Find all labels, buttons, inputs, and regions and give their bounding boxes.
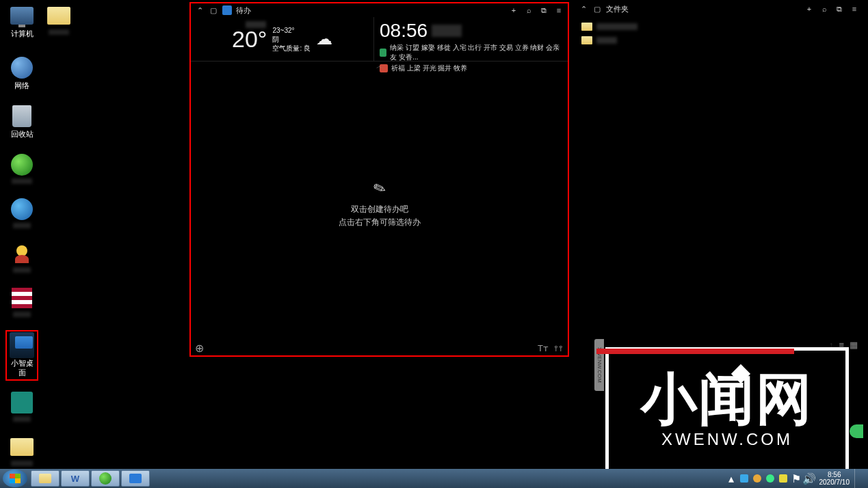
text-size-icon[interactable]: Tᴛ xyxy=(538,343,549,353)
add-icon[interactable]: + xyxy=(509,5,518,15)
watermark-cn-text: 小闻网 xyxy=(641,368,813,430)
browser-icon xyxy=(11,154,33,176)
tray-app1-icon[interactable] xyxy=(739,473,750,484)
restore-icon[interactable]: ▢ xyxy=(592,4,602,14)
ie-icon xyxy=(11,198,33,220)
system-tray: ▴ ⚑ 🔊 8:56 2020/7/10 xyxy=(726,469,866,488)
xiaozhi-icon xyxy=(10,332,34,358)
empty-line1: 双击创建待办吧 xyxy=(339,203,421,216)
folder-icon xyxy=(581,23,592,31)
restore-icon[interactable]: ▢ xyxy=(209,5,218,15)
collapse-arrow-icon[interactable]: ︿ xyxy=(191,62,568,68)
icon-label-blurred xyxy=(13,223,31,228)
icon-label: 回收站 xyxy=(5,130,38,139)
desktop-icon-folder2[interactable] xyxy=(5,435,38,466)
chevron-up-icon[interactable]: ⌃ xyxy=(579,4,588,14)
filter-icon[interactable]: ⫯⫯ xyxy=(554,343,564,353)
file-name-blurred xyxy=(596,37,617,44)
empty-message: 双击创建待办吧 点击右下角可筛选待办 xyxy=(339,203,421,229)
tray-clock[interactable]: 8:56 2020/7/10 xyxy=(819,471,850,486)
desktop-icon-app[interactable] xyxy=(5,286,38,317)
desktop-icon-network[interactable]: 网络 xyxy=(5,55,38,91)
windows-logo-icon xyxy=(10,474,21,483)
network-icon xyxy=(11,57,33,79)
chevron-up-icon[interactable]: ⌃ xyxy=(195,5,205,15)
tray-date-text: 2020/7/10 xyxy=(819,478,850,486)
word-icon: W xyxy=(71,474,79,484)
weather-panel[interactable]: 20° 23~32° 阴 空气质量: 良 ☁ xyxy=(191,17,373,61)
tray-expand-icon[interactable]: ▴ xyxy=(726,473,737,484)
tray-app2-icon[interactable] xyxy=(752,473,763,484)
desktop-icon-folder[interactable] xyxy=(42,3,75,35)
temperature: 20° xyxy=(232,26,267,53)
search-icon[interactable]: ⌕ xyxy=(524,5,534,15)
files-widget-header: ⌃ ▢ 文件夹 + ⌕ ⧉ ≡ xyxy=(575,2,863,16)
search-icon[interactable]: ⌕ xyxy=(819,4,829,14)
popout-icon[interactable]: ⧉ xyxy=(539,5,549,15)
watermark: 小闻网 XWENW.COM XWENW.COM 小闻网（WWW.XWENW.CO… xyxy=(605,347,849,473)
desktop-icon-computer[interactable]: 计算机 xyxy=(5,3,38,39)
desktop-icons-column: 计算机 网络 回收站 小智桌面 xyxy=(5,3,47,479)
time-news-panel[interactable]: 08:56 纳采 订盟 嫁娶 移徙 入宅 出行 开市 交易 立券 纳财 会亲友 … xyxy=(373,17,568,61)
icon-label: 网络 xyxy=(5,81,38,91)
watermark-cn: 小闻网 xyxy=(641,371,813,427)
menu-icon[interactable]: ≡ xyxy=(850,4,859,14)
tray-flag-icon[interactable]: ⚑ xyxy=(791,473,802,484)
temp-range: 23~32° xyxy=(272,26,311,35)
todo-widget-footer: ⊕ Tᴛ ⫯⫯ xyxy=(191,340,568,355)
todo-widget-header: ⌃ ▢ 待办 + ⌕ ⧉ ≡ xyxy=(191,3,568,17)
tray-app4-icon[interactable] xyxy=(778,473,789,484)
cloud-icon: ☁ xyxy=(316,29,332,49)
taskbar-browser[interactable] xyxy=(91,470,120,487)
clock-time: 08:56 xyxy=(380,20,428,42)
popout-icon[interactable]: ⧉ xyxy=(834,4,844,14)
penguin-icon xyxy=(11,243,33,265)
trash-icon xyxy=(12,105,31,127)
taskbar-explorer[interactable] xyxy=(31,470,60,487)
watermark-red-bar xyxy=(596,349,794,354)
pixel-icon xyxy=(12,288,32,308)
todo-body[interactable]: ✎ 双击创建待办吧 点击右下角可筛选待办 xyxy=(191,68,568,340)
icon-label: 小智桌面 xyxy=(8,359,36,378)
desktop-icon-trash[interactable]: 回收站 xyxy=(5,104,38,139)
browser-icon xyxy=(99,472,111,485)
teal-app-icon xyxy=(11,392,33,414)
side-tab[interactable]: XWENW.COM xyxy=(594,339,604,391)
grid-view-icon[interactable]: ▦ xyxy=(850,340,858,350)
file-item[interactable] xyxy=(581,20,856,33)
widget-title: 文件夹 xyxy=(606,4,629,14)
icon-label-blurred xyxy=(49,29,69,35)
menu-icon[interactable]: ≡ xyxy=(554,5,564,15)
file-name-blurred xyxy=(596,23,637,30)
desktop-icon-browser[interactable] xyxy=(5,152,38,184)
tray-volume-icon[interactable]: 🔊 xyxy=(804,473,815,484)
show-desktop-button[interactable] xyxy=(854,469,861,488)
add-task-icon[interactable]: ⊕ xyxy=(195,342,204,355)
pencil-icon: ✎ xyxy=(371,178,389,200)
almanac-text: 纳采 订盟 嫁娶 移徙 入宅 出行 开市 交易 立券 纳财 会亲友 安香... xyxy=(390,43,562,62)
tray-app3-icon[interactable] xyxy=(765,473,776,484)
folder-icon xyxy=(10,438,34,456)
air-quality: 空气质量: 良 xyxy=(272,44,311,53)
desktop-icon-ie[interactable] xyxy=(5,197,38,228)
good-badge-icon xyxy=(380,49,386,57)
todo-widget: ⌃ ▢ 待办 + ⌕ ⧉ ≡ 20° 23~32° 阴 空气质量: 良 xyxy=(189,2,569,357)
file-item[interactable] xyxy=(581,33,856,47)
xiaozhi-icon xyxy=(129,474,142,483)
desktop-icon-xiaozhi[interactable]: 小智桌面 xyxy=(5,330,38,381)
add-icon[interactable]: + xyxy=(804,4,814,14)
files-widget: ⌃ ▢ 文件夹 + ⌕ ⧉ ≡ ↕ ≡ ▦ xyxy=(575,2,863,336)
green-bubble-icon xyxy=(850,424,863,438)
taskbar-xiaozhi[interactable] xyxy=(121,470,150,487)
taskbar-word[interactable]: W xyxy=(61,470,90,487)
icon-label-blurred xyxy=(12,178,32,184)
desktop-icon-penguin[interactable] xyxy=(5,241,38,273)
almanac-good: 纳采 订盟 嫁娶 移徙 入宅 出行 开市 交易 立券 纳财 会亲友 安香... xyxy=(380,43,562,62)
widget-title: 待办 xyxy=(236,5,251,16)
desktop-icon-teal[interactable] xyxy=(5,390,38,422)
icon-label-blurred xyxy=(13,267,31,273)
taskbar: W ▴ ⚑ 🔊 8:56 2020/7/10 xyxy=(0,469,868,488)
start-button[interactable] xyxy=(3,470,27,487)
icon-label: 计算机 xyxy=(5,29,38,39)
watermark-en: XWENW.COM xyxy=(661,430,793,449)
